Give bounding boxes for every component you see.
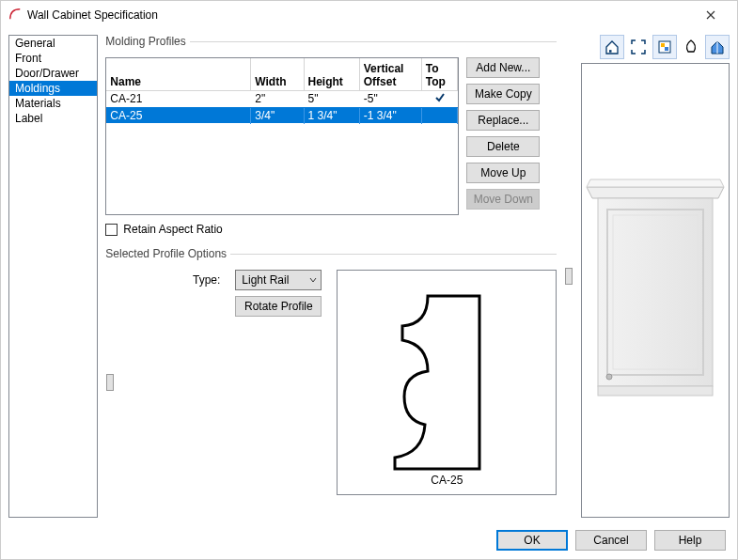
sidebar-item-door-drawer[interactable]: Door/Drawer (9, 66, 97, 81)
help-button[interactable]: Help (654, 530, 726, 551)
cancel-button[interactable]: Cancel (575, 530, 647, 551)
svg-rect-6 (598, 198, 713, 386)
type-dropdown[interactable]: Light Rail (235, 270, 322, 290)
add-new-button[interactable]: Add New... (466, 57, 540, 78)
dialog-footer: OK Cancel Help (1, 521, 737, 559)
right-slider[interactable] (564, 268, 573, 285)
col-height[interactable]: Height (304, 58, 359, 90)
cabinet-3d-preview[interactable] (581, 63, 730, 518)
col-name[interactable]: Name (106, 58, 250, 90)
table-row[interactable]: CA-21 2" 5" -5" (106, 90, 458, 107)
molding-profiles-group: Molding Profiles Name Width Height Verti… (105, 35, 557, 247)
window-title: Wall Cabinet Specification (27, 8, 158, 22)
svg-rect-2 (661, 43, 665, 47)
app-icon (8, 8, 22, 23)
checkbox-icon (105, 224, 118, 236)
profile-shape-icon (357, 288, 536, 476)
view-glass-icon[interactable] (679, 35, 703, 59)
preview-toolbar (581, 35, 730, 59)
retain-aspect-label: Retain Aspect Ratio (123, 223, 222, 236)
profile-preview-label: CA-25 (431, 474, 463, 487)
type-label: Type: (193, 273, 220, 287)
svg-marker-5 (587, 179, 724, 187)
col-voffset[interactable]: Vertical Offset (359, 58, 421, 90)
svg-marker-4 (587, 187, 724, 198)
sidebar-item-front[interactable]: Front (9, 51, 97, 66)
check-icon (421, 90, 458, 107)
sidebar-item-general[interactable]: General (9, 36, 97, 51)
svg-rect-3 (665, 47, 668, 51)
view-fullextent-icon[interactable] (626, 35, 651, 59)
close-button[interactable] (692, 1, 730, 29)
ok-button[interactable]: OK (496, 530, 568, 551)
replace-button[interactable]: Replace... (466, 110, 540, 131)
profiles-table[interactable]: Name Width Height Vertical Offset To Top… (105, 57, 459, 215)
delete-button[interactable]: Delete (466, 136, 540, 157)
retain-aspect-checkbox[interactable]: Retain Aspect Ratio (105, 223, 557, 236)
svg-point-10 (606, 374, 612, 380)
move-up-button[interactable]: Move Up (466, 163, 540, 183)
col-width[interactable]: Width (251, 58, 304, 90)
sidebar-item-moldings[interactable]: Moldings (9, 81, 97, 96)
sidebar-item-label[interactable]: Label (9, 111, 97, 126)
table-row[interactable]: CA-25 3/4" 1 3/4" -1 3/4" (106, 107, 458, 123)
selected-profile-options-group: Selected Profile Options Type: Light Rai… (105, 247, 557, 501)
profile-preview: CA-25 (337, 270, 557, 495)
left-slider[interactable] (105, 270, 115, 495)
svg-rect-9 (598, 386, 713, 396)
type-value: Light Rail (242, 273, 289, 287)
category-list: General Front Door/Drawer Moldings Mater… (8, 35, 98, 518)
sidebar-item-materials[interactable]: Materials (9, 96, 97, 111)
col-totop[interactable]: To Top (421, 58, 458, 90)
view-color-icon[interactable] (652, 35, 677, 59)
rotate-profile-button[interactable]: Rotate Profile (235, 296, 322, 317)
make-copy-button[interactable]: Make Copy (466, 84, 540, 104)
view-standard-icon[interactable] (600, 35, 624, 59)
move-down-button: Move Down (466, 189, 540, 210)
title-bar: Wall Cabinet Specification (1, 1, 737, 29)
chevron-down-icon (309, 276, 317, 284)
molding-profiles-legend: Molding Profiles (105, 35, 189, 48)
selected-profile-legend: Selected Profile Options (105, 247, 230, 260)
view-plan-icon[interactable] (705, 35, 730, 59)
svg-rect-0 (609, 50, 612, 53)
